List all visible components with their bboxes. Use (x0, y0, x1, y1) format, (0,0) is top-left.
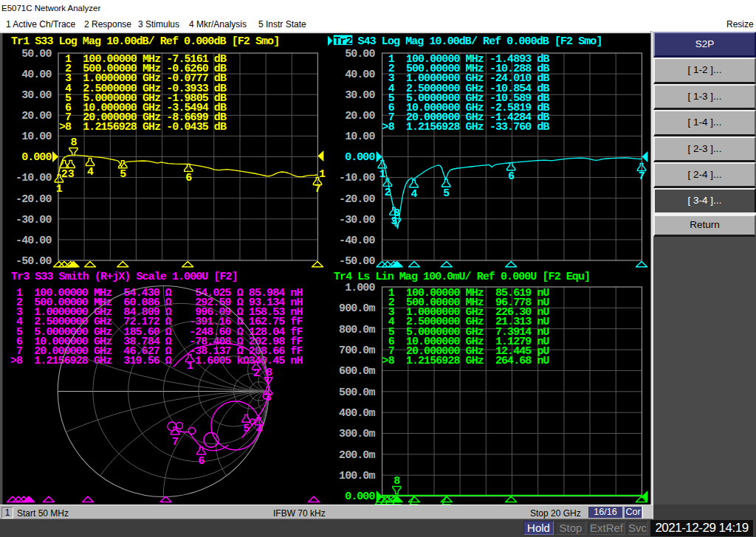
svg-text:6: 6 (508, 170, 515, 183)
svg-text:200.0m: 200.0m (339, 449, 375, 462)
svg-text:S43 Log Mag 10.00dB/ Ref 0.000: S43 Log Mag 10.00dB/ Ref 0.000dB [F2 Smo… (358, 35, 602, 48)
svg-text:40.00: 40.00 (21, 69, 52, 81)
svg-text:Tr2: Tr2 (334, 35, 352, 48)
svg-text:-20.00: -20.00 (16, 193, 52, 206)
svg-text:5: 5 (443, 187, 450, 200)
svg-text:8: 8 (70, 136, 77, 149)
svg-text:8: 8 (394, 207, 400, 220)
svg-text:-50.00: -50.00 (339, 255, 375, 268)
svg-text:-40.00: -40.00 (16, 235, 52, 247)
svg-text:50.00: 50.00 (21, 48, 52, 60)
svg-text:1: 1 (379, 168, 386, 181)
svg-text:30.00: 30.00 (345, 89, 375, 102)
svg-text:20.00: 20.00 (21, 110, 52, 122)
svg-text:900.0m: 900.0m (339, 302, 375, 315)
svg-text:1: 1 (319, 168, 326, 181)
svg-text:Tr3 S33 Smith (R+jX) Scale 1.0: Tr3 S33 Smith (R+jX) Scale 1.000U [F2] (11, 271, 238, 283)
svg-text:-50.00: -50.00 (16, 255, 52, 268)
svg-text:7: 7 (639, 170, 645, 183)
svg-text:600.0m: 600.0m (339, 365, 375, 378)
svg-text:700.0m: 700.0m (339, 344, 375, 357)
svg-text:5: 5 (243, 423, 250, 435)
svg-text:1: 1 (187, 360, 193, 373)
svg-text:50.00: 50.00 (345, 48, 375, 60)
svg-text:2: 2 (385, 187, 391, 199)
svg-text:6: 6 (198, 455, 205, 468)
svg-text:2: 2 (253, 367, 260, 380)
svg-text:5: 5 (120, 168, 126, 181)
svg-text:4: 4 (256, 423, 263, 436)
svg-text:1: 1 (56, 183, 63, 195)
svg-text:1.000: 1.000 (345, 282, 375, 294)
svg-text:3: 3 (265, 392, 272, 404)
svg-text:Tr1 S33 Log Mag 10.00dB/ Ref 0: Tr1 S33 Log Mag 10.00dB/ Ref 0.000dB [F2… (11, 35, 279, 48)
svg-text:30.00: 30.00 (21, 89, 52, 102)
svg-text:3: 3 (68, 168, 75, 181)
svg-text:-30.00: -30.00 (339, 214, 375, 226)
svg-text:8: 8 (394, 475, 400, 488)
svg-text:20.00: 20.00 (345, 110, 375, 122)
svg-text:0.000: 0.000 (345, 151, 375, 164)
svg-text:500.0m: 500.0m (339, 387, 375, 399)
svg-text:-40.00: -40.00 (339, 235, 375, 247)
svg-text:-20.00: -20.00 (339, 193, 375, 206)
svg-text:7: 7 (315, 183, 320, 195)
svg-text:10.00: 10.00 (21, 131, 52, 143)
svg-text:4: 4 (87, 166, 94, 179)
svg-text:40.00: 40.00 (345, 69, 375, 81)
svg-text:2: 2 (61, 168, 68, 181)
svg-text:300.0m: 300.0m (339, 428, 375, 440)
svg-text:-10.00: -10.00 (16, 172, 52, 184)
svg-text:>8 1.2156928 GHz -0.0435 dB: >8 1.2156928 GHz -0.0435 dB (59, 121, 227, 134)
svg-text:-30.00: -30.00 (16, 214, 52, 226)
svg-text:100.0m: 100.0m (339, 470, 375, 482)
svg-text:>8 1.2156928 GHz -33.760 dB: >8 1.2156928 GHz -33.760 dB (382, 121, 550, 134)
svg-text:>8 1.2156928 GHz 264.68 nU: >8 1.2156928 GHz 264.68 nU (382, 355, 550, 367)
svg-text:800.0m: 800.0m (339, 324, 375, 336)
svg-text:0.000: 0.000 (21, 151, 52, 164)
svg-text:4: 4 (410, 188, 417, 201)
svg-text:6: 6 (185, 172, 192, 184)
svg-text:400.0m: 400.0m (339, 407, 375, 420)
svg-text:10.00: 10.00 (345, 131, 375, 143)
svg-text:7: 7 (172, 436, 178, 448)
svg-text:-10.00: -10.00 (339, 172, 375, 184)
svg-text:0.000: 0.000 (345, 491, 375, 503)
